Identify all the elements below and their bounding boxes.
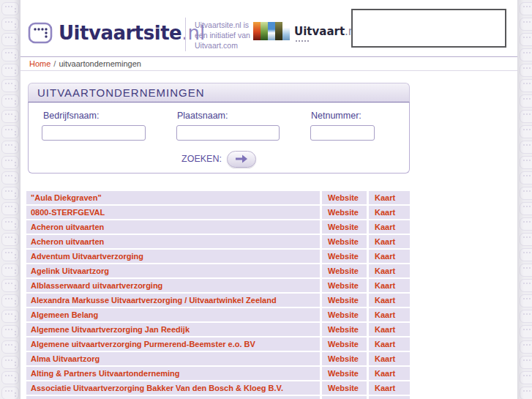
company-name-link[interactable]: Agelink Uitvaartzorg bbox=[31, 266, 109, 275]
website-link[interactable]: Website bbox=[328, 369, 359, 378]
pattern-tile bbox=[1, 64, 19, 77]
company-name-link[interactable]: Adventum Uitvaartverzorging bbox=[31, 252, 143, 261]
uitvaartsite-logo[interactable]: Uitvaartsite.nl bbox=[28, 22, 205, 44]
pattern-tile bbox=[1, 125, 19, 138]
kaart-cell bbox=[369, 396, 410, 399]
pattern-tile bbox=[520, 233, 532, 246]
uitvaart-photo-strip-icon bbox=[253, 22, 290, 40]
pattern-tile bbox=[1, 202, 19, 215]
plaatsnaam-label: Plaatsnaam: bbox=[177, 111, 228, 121]
pattern-tile bbox=[1, 325, 19, 338]
company-row: Acheron uitvaartenWebsiteKaart bbox=[26, 220, 410, 234]
website-link[interactable]: Website bbox=[328, 310, 359, 319]
company-name-link[interactable]: Algemene uitvaartverzorging Purmerend-Be… bbox=[31, 340, 255, 348]
company-name-link[interactable]: Alma Uitvaartzorg bbox=[31, 354, 100, 363]
kaart-link[interactable]: Kaart bbox=[375, 237, 395, 246]
company-name-link[interactable]: Associatie Uitvaartverzorging Bakker Van… bbox=[31, 384, 283, 392]
company-name-link[interactable]: Acheron uitvaarten bbox=[31, 237, 104, 246]
initiative-line: Uitvaartsite.nl is bbox=[195, 20, 250, 30]
company-row-partial bbox=[26, 396, 410, 399]
website-link[interactable]: Website bbox=[328, 354, 359, 363]
company-name-link[interactable]: Algemene Uitvaartverzorging Jan Reedijk bbox=[31, 325, 190, 334]
pattern-tile bbox=[520, 340, 532, 354]
kaart-link[interactable]: Kaart bbox=[375, 266, 395, 275]
website-link[interactable]: Website bbox=[328, 223, 359, 231]
kaart-cell: Kaart bbox=[369, 264, 410, 277]
kaart-cell: Kaart bbox=[369, 191, 410, 204]
pattern-tile bbox=[1, 156, 19, 169]
kaart-link[interactable]: Kaart bbox=[375, 340, 395, 348]
kaart-link[interactable]: Kaart bbox=[375, 223, 395, 231]
kaart-link[interactable]: Kaart bbox=[375, 384, 395, 392]
website-link[interactable]: Website bbox=[328, 252, 359, 261]
kaart-link[interactable]: Kaart bbox=[375, 354, 395, 363]
plaatsnaam-input[interactable] bbox=[176, 125, 280, 141]
company-name-link[interactable]: Algemeen Belang bbox=[31, 310, 98, 319]
pattern-tile bbox=[1, 310, 19, 323]
company-row: Algemene uitvaartverzorging Purmerend-Be… bbox=[26, 338, 410, 351]
kaart-link[interactable]: Kaart bbox=[375, 369, 395, 378]
pattern-tile bbox=[520, 356, 532, 369]
kaart-cell: Kaart bbox=[369, 294, 410, 307]
company-name-link[interactable]: Alexandra Markusse Uitvaartverzorging / … bbox=[31, 296, 277, 305]
pattern-tile bbox=[520, 248, 532, 261]
website-link[interactable]: Website bbox=[328, 384, 359, 392]
background-pattern-left bbox=[0, 0, 20, 399]
website-cell: Website bbox=[322, 323, 367, 336]
kaart-link[interactable]: Kaart bbox=[375, 296, 395, 305]
website-link[interactable]: Website bbox=[328, 325, 359, 334]
pattern-tile bbox=[520, 64, 532, 77]
website-link[interactable]: Website bbox=[328, 296, 359, 305]
zoeken-submit-button[interactable] bbox=[227, 151, 256, 168]
zoeken-row: ZOEKEN: bbox=[29, 149, 409, 168]
company-row: Alblasserwaard uitvaartverzorgingWebsite… bbox=[26, 279, 410, 292]
website-cell: Website bbox=[322, 250, 367, 263]
website-link[interactable]: Website bbox=[328, 193, 359, 202]
pattern-tile bbox=[1, 233, 19, 246]
company-row: Algemeen BelangWebsiteKaart bbox=[26, 308, 410, 321]
header-divider bbox=[185, 18, 186, 51]
kaart-link[interactable]: Kaart bbox=[375, 208, 395, 217]
bedrijfsnaam-input[interactable] bbox=[42, 125, 146, 141]
kaart-link[interactable]: Kaart bbox=[375, 252, 395, 261]
company-name-link[interactable]: Alblasserwaard uitvaartverzorging bbox=[31, 281, 162, 290]
pattern-tile bbox=[1, 387, 19, 399]
kaart-cell: Kaart bbox=[369, 338, 410, 351]
website-cell: Website bbox=[322, 191, 367, 204]
website-link[interactable]: Website bbox=[328, 237, 359, 246]
kaart-link[interactable]: Kaart bbox=[375, 325, 395, 334]
company-name-link[interactable]: Acheron uitvaarten bbox=[31, 223, 104, 231]
name-cell: Algemeen Belang bbox=[26, 308, 320, 321]
site-name: Uitvaartsite bbox=[59, 22, 181, 44]
netnummer-input[interactable] bbox=[310, 125, 375, 141]
kaart-link[interactable]: Kaart bbox=[375, 310, 395, 319]
ad-banner-slot[interactable] bbox=[351, 9, 506, 48]
kaart-link[interactable]: Kaart bbox=[375, 281, 395, 290]
website-link[interactable]: Website bbox=[328, 281, 359, 290]
company-row: 0800-STERFGEVALWebsiteKaart bbox=[26, 206, 410, 219]
pattern-tile bbox=[520, 279, 532, 292]
website-link[interactable]: Website bbox=[328, 266, 359, 275]
uitvaart-nl-logo[interactable]: Uitvaart.nl bbox=[253, 22, 359, 40]
partner-text: Uitvaart.nl bbox=[294, 25, 359, 42]
kaart-cell: Kaart bbox=[369, 220, 410, 234]
website-cell bbox=[322, 396, 367, 399]
breadcrumb-home-link[interactable]: Home bbox=[29, 59, 50, 68]
pattern-tile bbox=[1, 356, 19, 369]
company-row: Alexandra Markusse Uitvaartverzorging / … bbox=[26, 294, 410, 307]
company-name-link[interactable]: 0800-STERFGEVAL bbox=[31, 208, 105, 217]
partner-name: Uitvaart bbox=[294, 25, 345, 38]
website-link[interactable]: Website bbox=[328, 208, 359, 217]
website-link[interactable]: Website bbox=[328, 340, 359, 348]
name-cell: Acheron uitvaarten bbox=[26, 220, 320, 234]
company-name-link[interactable]: "Aula Diekgraven" bbox=[31, 193, 102, 202]
company-name-link[interactable]: Alting & Partners Uitvaartonderneming bbox=[31, 369, 180, 378]
kaart-link[interactable]: Kaart bbox=[375, 193, 395, 202]
pattern-tile bbox=[1, 264, 19, 277]
pattern-tile bbox=[1, 371, 19, 384]
pattern-tile bbox=[520, 171, 532, 184]
kaart-cell: Kaart bbox=[369, 367, 410, 380]
company-row: Alting & Partners UitvaartondernemingWeb… bbox=[26, 367, 410, 380]
pattern-tile bbox=[520, 371, 532, 384]
name-cell: Alblasserwaard uitvaartverzorging bbox=[26, 279, 320, 292]
